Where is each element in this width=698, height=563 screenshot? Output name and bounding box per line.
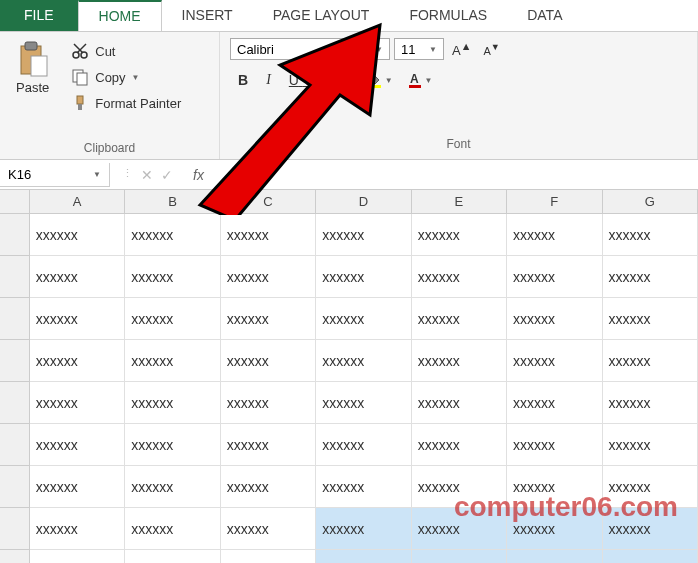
cell[interactable]: xxxxxx: [316, 214, 411, 256]
row-header[interactable]: [0, 508, 30, 550]
cell[interactable]: xxxxxx: [30, 466, 125, 508]
cell[interactable]: xxxxxx: [507, 298, 602, 340]
cell[interactable]: xxxxxx: [316, 424, 411, 466]
cell[interactable]: xxxxxx: [507, 508, 602, 550]
cell[interactable]: xxxxxx: [603, 340, 698, 382]
cell[interactable]: xxxxxx: [603, 508, 698, 550]
increase-font-button[interactable]: A▲: [448, 38, 475, 60]
tab-page-layout[interactable]: PAGE LAYOUT: [253, 0, 390, 31]
border-button[interactable]: ▼: [321, 68, 359, 92]
cell[interactable]: xxxxxx: [221, 382, 316, 424]
cell[interactable]: xxxxxx: [125, 424, 220, 466]
cell[interactable]: xxxxxx: [316, 256, 411, 298]
tab-file[interactable]: FILE: [0, 0, 78, 31]
cell[interactable]: xxxxxx: [603, 298, 698, 340]
cell[interactable]: xxxxxx: [316, 298, 411, 340]
cell[interactable]: xxxxxx: [603, 466, 698, 508]
column-header[interactable]: A: [30, 190, 125, 214]
bold-button[interactable]: B: [230, 68, 256, 92]
cell[interactable]: xxxxxx: [316, 382, 411, 424]
cell[interactable]: xxxxxx: [221, 340, 316, 382]
cell[interactable]: xxxxxx: [221, 550, 316, 563]
cell[interactable]: xxxxxx: [412, 382, 507, 424]
cell[interactable]: xxxxxx: [125, 508, 220, 550]
fx-label[interactable]: fx: [185, 167, 212, 183]
cell[interactable]: xxxxxx: [507, 340, 602, 382]
tab-insert[interactable]: INSERT: [162, 0, 253, 31]
row-header[interactable]: [0, 256, 30, 298]
cell[interactable]: xxxxxx: [316, 508, 411, 550]
decrease-font-button[interactable]: A▼: [479, 38, 503, 60]
cell[interactable]: xxxxxx: [603, 214, 698, 256]
cell[interactable]: xxxxxx: [30, 214, 125, 256]
row-header[interactable]: [0, 466, 30, 508]
cell[interactable]: xxxxxx: [30, 256, 125, 298]
paste-button[interactable]: Paste: [8, 36, 57, 139]
cell[interactable]: xxxxxx: [412, 298, 507, 340]
enter-icon[interactable]: ✓: [161, 167, 173, 183]
name-box[interactable]: K16 ▼: [0, 163, 110, 187]
column-header[interactable]: E: [412, 190, 507, 214]
cell[interactable]: xxxxxx: [125, 550, 220, 563]
row-header[interactable]: [0, 550, 30, 563]
tab-formulas[interactable]: FORMULAS: [389, 0, 507, 31]
cell[interactable]: xxxxxx: [507, 214, 602, 256]
cell[interactable]: xxxxxx: [125, 382, 220, 424]
italic-button[interactable]: I: [258, 68, 279, 92]
cell[interactable]: xxxxxx: [30, 550, 125, 563]
cell[interactable]: xxxxxx: [603, 382, 698, 424]
row-header[interactable]: [0, 298, 30, 340]
row-header[interactable]: [0, 214, 30, 256]
cell[interactable]: xxxxxx: [507, 466, 602, 508]
format-painter-button[interactable]: Format Painter: [67, 92, 185, 114]
tab-data[interactable]: DATA: [507, 0, 582, 31]
cell[interactable]: xxxxxx: [30, 424, 125, 466]
font-name-select[interactable]: Calibri ▼: [230, 38, 390, 60]
cell[interactable]: xxxxxx: [412, 508, 507, 550]
font-size-select[interactable]: 11 ▼: [394, 38, 444, 60]
cell[interactable]: xxxxxx: [507, 424, 602, 466]
cell[interactable]: xxxxxx: [221, 298, 316, 340]
cell[interactable]: xxxxxx: [125, 214, 220, 256]
font-color-button[interactable]: A ▼: [401, 68, 439, 92]
cell[interactable]: xxxxxx: [30, 508, 125, 550]
cell[interactable]: xxxxxx: [316, 340, 411, 382]
cell[interactable]: xxxxxx: [30, 382, 125, 424]
tab-home[interactable]: HOME: [78, 0, 162, 31]
cell[interactable]: xxxxxx: [412, 466, 507, 508]
cell[interactable]: xxxxxx: [221, 508, 316, 550]
fill-color-button[interactable]: ▼: [361, 68, 399, 92]
cell[interactable]: xxxxxx: [412, 424, 507, 466]
cell[interactable]: xxxxxx: [412, 256, 507, 298]
column-header[interactable]: C: [221, 190, 316, 214]
cell[interactable]: xxxxxx: [316, 466, 411, 508]
cell[interactable]: xxxxxx: [603, 256, 698, 298]
cell[interactable]: xxxxxx: [603, 424, 698, 466]
column-header[interactable]: B: [125, 190, 220, 214]
cell[interactable]: xxxxxx: [221, 424, 316, 466]
cell[interactable]: xxxxxx: [507, 550, 602, 563]
row-header[interactable]: [0, 424, 30, 466]
cell[interactable]: xxxxxx: [125, 466, 220, 508]
cell[interactable]: xxxxxx: [412, 340, 507, 382]
underline-button[interactable]: U ▼: [281, 68, 319, 92]
column-header[interactable]: D: [316, 190, 411, 214]
column-header[interactable]: G: [603, 190, 698, 214]
cell[interactable]: xxxxxx: [125, 340, 220, 382]
cut-button[interactable]: Cut: [67, 40, 185, 62]
cell[interactable]: xxxxxx: [507, 382, 602, 424]
select-all-corner[interactable]: [0, 190, 30, 214]
cell[interactable]: xxxxxx: [316, 550, 411, 563]
column-header[interactable]: F: [507, 190, 602, 214]
cell[interactable]: xxxxxx: [412, 550, 507, 563]
cell[interactable]: xxxxxx: [412, 214, 507, 256]
cell[interactable]: xxxxxx: [125, 256, 220, 298]
copy-button[interactable]: Copy ▼: [67, 66, 185, 88]
row-header[interactable]: [0, 382, 30, 424]
row-header[interactable]: [0, 340, 30, 382]
cell[interactable]: xxxxxx: [30, 298, 125, 340]
cell[interactable]: xxxxxx: [603, 550, 698, 563]
cell[interactable]: xxxxxx: [221, 466, 316, 508]
cell[interactable]: xxxxxx: [221, 256, 316, 298]
cell[interactable]: xxxxxx: [507, 256, 602, 298]
